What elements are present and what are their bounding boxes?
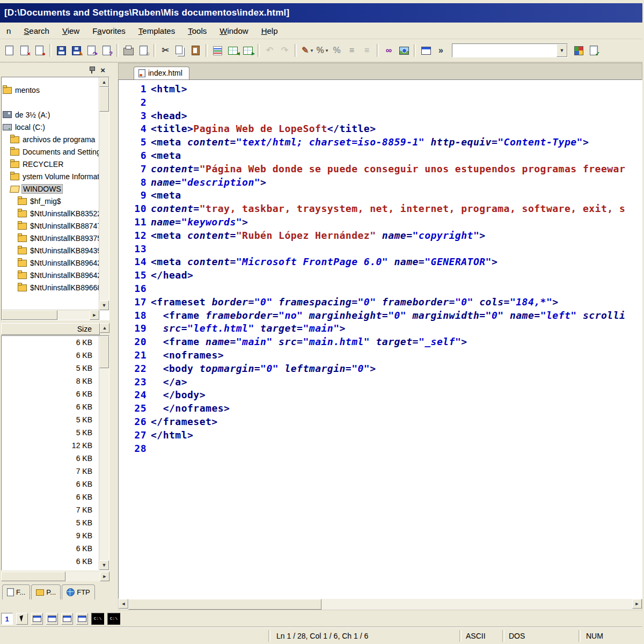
- menu-window[interactable]: Window: [213, 24, 254, 38]
- panel-tab-p[interactable]: P...: [31, 584, 61, 599]
- close-panel-icon[interactable]: ×: [100, 66, 105, 74]
- tag-indent-right-icon[interactable]: ▸: [240, 42, 255, 58]
- list-scroll-track[interactable]: [99, 368, 109, 560]
- file-list-row[interactable]: 5 KB: [2, 413, 99, 426]
- taskbar-item-1[interactable]: 1: [1, 613, 13, 625]
- tree-item-ntuninstallkb894391[interactable]: $NtUninstallKB894391$: [2, 244, 99, 257]
- panel-hscroll-thumb[interactable]: [1, 572, 65, 581]
- pointer-icon[interactable]: [16, 613, 28, 625]
- file-list-row[interactable]: 6 KB: [2, 478, 99, 491]
- new-document-icon[interactable]: [2, 42, 17, 58]
- image-globe-icon[interactable]: [397, 42, 411, 58]
- file-list-row[interactable]: 7 KB: [2, 465, 99, 478]
- file-list-row[interactable]: 8 KB: [2, 375, 99, 387]
- markup-tools-icon[interactable]: ≡: [345, 42, 359, 58]
- editor-scroll-left-icon[interactable]: ◄: [119, 599, 128, 609]
- file-list-row[interactable]: 6 KB: [2, 336, 99, 349]
- window-button-3[interactable]: [61, 613, 73, 625]
- tree-item-mentos[interactable]: mentos: [2, 84, 99, 96]
- list-scroll-thumb[interactable]: [99, 336, 109, 368]
- tree-item-item[interactable]: [2, 96, 99, 108]
- close-document-icon[interactable]: ×: [17, 42, 32, 58]
- file-list-row[interactable]: 5 KB: [2, 362, 99, 375]
- file-list-row[interactable]: 6 KB: [2, 452, 99, 465]
- title-bar[interactable]: [D:\Documents and Settings\Ruben\Mis doc…: [0, 3, 642, 23]
- panel-scroll-right-icon[interactable]: ►: [100, 572, 109, 581]
- tree-item-archivos-de-programa[interactable]: archivos de programa: [2, 133, 99, 145]
- file-list-row[interactable]: 9 KB: [2, 529, 99, 542]
- menu-tools[interactable]: Tools: [181, 24, 213, 38]
- list-scroll-down-icon[interactable]: ▼: [99, 560, 109, 570]
- dropdown-arrow-icon[interactable]: ▾: [311, 48, 313, 53]
- file-list-row[interactable]: 6 KB: [2, 349, 99, 362]
- launch-browser-icon[interactable]: [419, 42, 433, 58]
- panel-hscroll-track[interactable]: [65, 572, 100, 581]
- scroll-up-icon[interactable]: ▲: [99, 77, 109, 87]
- document-tab-index-html[interactable]: index.html: [134, 67, 189, 79]
- file-list-row[interactable]: 6 KB: [2, 555, 99, 568]
- open-template-icon[interactable]: ?: [99, 42, 114, 58]
- scroll-right-icon[interactable]: ►: [90, 310, 99, 320]
- undo-icon[interactable]: ↶: [262, 42, 277, 58]
- menu-templates[interactable]: Templates: [132, 24, 181, 38]
- address-combobox[interactable]: ▼: [452, 43, 568, 57]
- copy-icon[interactable]: [173, 42, 188, 58]
- menu-search[interactable]: Search: [17, 24, 56, 38]
- size-column-header[interactable]: Size: [1, 323, 100, 335]
- file-list-row[interactable]: 6 KB: [2, 400, 99, 413]
- scroll-down-icon[interactable]: ▼: [99, 301, 109, 310]
- menu-favorites[interactable]: Favorites: [86, 24, 132, 38]
- preview-glasses-icon[interactable]: ∞: [382, 42, 396, 58]
- tree-item-ntuninstallkb835221[interactable]: $NtUninstallKB835221$: [2, 207, 99, 219]
- menu-help[interactable]: Help: [255, 24, 284, 38]
- style-pen-icon[interactable]: ✎▾: [299, 42, 314, 58]
- file-list-row[interactable]: 7 KB: [2, 503, 99, 516]
- tree-item-hf-mig[interactable]: $hf_mig$: [2, 195, 99, 207]
- close-all-icon[interactable]: ●: [32, 42, 47, 58]
- tree-item-ystem-volume-information[interactable]: ystem Volume Information: [2, 170, 99, 182]
- editor-horizontal-scrollbar[interactable]: ◄ ►: [118, 599, 642, 610]
- panel-horizontal-scrollbar[interactable]: ►: [1, 572, 109, 581]
- window-button-4[interactable]: [76, 613, 88, 625]
- file-list-row[interactable]: 5 KB: [2, 516, 99, 529]
- toolbar-overflow-icon[interactable]: »: [434, 42, 448, 58]
- tree-item-documents-and-settings[interactable]: Documents and Settings: [2, 145, 99, 158]
- tree-scroll-thumb[interactable]: [99, 87, 109, 112]
- tree-hscroll-thumb[interactable]: [2, 310, 57, 320]
- tag-indent-left-icon[interactable]: ◂: [225, 42, 240, 58]
- file-list-row[interactable]: 6 KB: [2, 542, 99, 555]
- tree-item-recycler[interactable]: RECYCLER: [2, 158, 99, 170]
- pin-icon[interactable]: [89, 66, 95, 74]
- markup-tools-alt-icon[interactable]: ≡: [360, 42, 374, 58]
- panel-tab-ftp[interactable]: FTP: [62, 584, 95, 599]
- tree-item-windows[interactable]: WINDOWS: [2, 182, 99, 195]
- editor-scroll-right-icon[interactable]: ►: [632, 599, 642, 609]
- file-list-row[interactable]: 5 KB: [2, 426, 99, 439]
- window-button-2[interactable]: [46, 613, 58, 625]
- tree-item-local-c[interactable]: local (C:): [2, 121, 99, 133]
- paste-icon[interactable]: [188, 42, 203, 58]
- tree-item-de-3-a[interactable]: de 3½ (A:): [2, 108, 99, 121]
- print-preview-icon[interactable]: ○: [136, 42, 151, 58]
- dos-window-button-2[interactable]: [107, 613, 120, 625]
- window-button-1[interactable]: [31, 613, 43, 625]
- panel-tab-f[interactable]: F...: [2, 584, 30, 599]
- editor-hscroll-track[interactable]: [321, 599, 632, 610]
- print-icon[interactable]: [121, 42, 136, 58]
- list-vertical-scrollbar[interactable]: ▼: [99, 336, 109, 570]
- dos-window-button-1[interactable]: [91, 613, 104, 625]
- file-list-row[interactable]: 6 KB: [2, 491, 99, 503]
- save-all-icon[interactable]: ✎: [69, 42, 84, 58]
- tree-vertical-scrollbar[interactable]: ▲ ▼: [99, 77, 109, 310]
- tree-hscroll-track[interactable]: [57, 310, 90, 320]
- format-lines-icon[interactable]: [210, 42, 225, 58]
- percent-codes-icon[interactable]: %▾: [314, 42, 329, 58]
- tree-scroll-track[interactable]: [99, 112, 109, 301]
- tree-item-ntuninstallkb896423[interactable]: $NtUninstallKB896423$: [2, 257, 99, 269]
- editor-hscroll-thumb[interactable]: [128, 599, 321, 610]
- menu-n[interactable]: n: [0, 24, 17, 38]
- color-palette-icon[interactable]: [572, 42, 586, 58]
- combobox-dropdown-icon[interactable]: ▼: [557, 44, 567, 57]
- tree-horizontal-scrollbar[interactable]: ►: [2, 310, 99, 320]
- file-list-row[interactable]: 6 KB: [2, 387, 99, 400]
